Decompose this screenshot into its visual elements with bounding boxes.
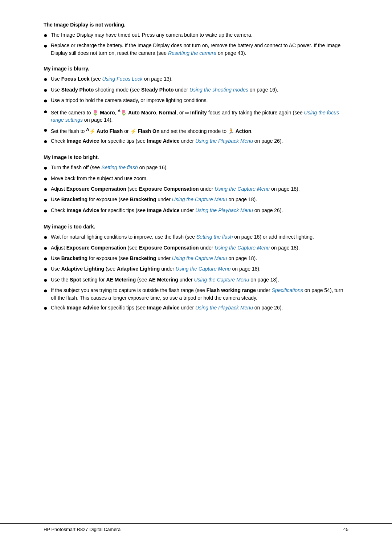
link-setting-flash-bright[interactable]: Setting the flash [101,165,138,170]
list-item-content: Check Image Advice for specific tips (se… [51,137,348,145]
list-item: ● Turn the flash off (see Setting the fl… [44,164,348,172]
list-item: ● Adjust Exposure Compensation (see Expo… [44,185,348,194]
bullet-icon: ● [44,304,51,312]
list-item: ● Check Image Advice for specific tips (… [44,304,348,312]
section-image-blurry: My image is blurry. ● Use Focus Lock (se… [44,66,348,146]
section-title-image-bright: My image is too bright. [44,154,348,160]
list-item: ● Move back from the subject and use zoo… [44,175,348,183]
link-playback-menu-bright[interactable]: Using the Playback Menu [195,207,253,213]
bullet-icon: ● [44,97,51,105]
bullet-icon: ● [44,244,51,252]
list-item-content: Use the Spot setting for AE Metering (se… [51,276,348,284]
list-item: ● Replace or recharge the battery. If th… [44,42,348,57]
link-playback-menu-blurry[interactable]: Using the Playback Menu [195,138,253,144]
list-item-content: Set the camera to 🌷 Macro, A🌷 Auto Macro… [51,108,348,124]
list-item-content: Use Bracketing for exposure (see Bracket… [51,255,348,262]
link-shooting-modes[interactable]: Using the shooting modes [189,87,248,93]
bullet-icon: ● [44,207,51,215]
list-item-content: The Image Display may have timed out. Pr… [51,31,348,39]
list-item: ● Set the flash to A⚡ Auto Flash or ⚡ Fl… [44,126,348,135]
bullet-icon: ● [44,185,51,194]
section-title-image-display: The Image Display is not working. [44,22,348,28]
bullet-icon: ● [44,86,51,94]
list-item: ● The Image Display may have timed out. … [44,31,348,40]
bullet-icon: ● [44,31,51,40]
bullet-icon: ● [44,137,51,146]
section-title-image-dark: My image is too dark. [44,224,348,230]
list-item: ● Use a tripod to hold the camera steady… [44,97,348,105]
link-capture-menu-bright-1[interactable]: Using the Capture Menu [215,186,270,192]
list-item-content: Check Image Advice for specific tips (se… [51,304,348,312]
bullet-list-image-blurry: ● Use Focus Lock (see Using Focus Lock o… [44,75,348,146]
page-footer: HP Photosmart R827 Digital Camera 45 [0,523,392,532]
list-item-content: Check Image Advice for specific tips (se… [51,207,348,214]
bullet-icon: ● [44,287,51,295]
bullet-icon: ● [44,196,51,204]
list-item-content: Use a tripod to hold the camera steady, … [51,97,348,104]
bullet-icon: ● [44,276,51,284]
bullet-icon: ● [44,255,51,263]
list-item-content: Use Steady Photo shooting mode (see Stea… [51,86,348,94]
link-resetting-camera[interactable]: Resetting the camera [168,50,216,56]
bullet-list-image-bright: ● Turn the flash off (see Setting the fl… [44,164,348,215]
list-item: ● Use Steady Photo shooting mode (see St… [44,86,348,94]
list-item-content: Use Adaptive Lighting (see Adaptive Ligh… [51,265,348,273]
section-image-bright: My image is too bright. ● Turn the flash… [44,154,348,215]
bullet-icon: ● [44,265,51,273]
bullet-icon: ● [44,42,51,50]
list-item: ● Use the Spot setting for AE Metering (… [44,276,348,284]
section-title-image-blurry: My image is blurry. [44,66,348,72]
bullet-icon: ● [44,164,51,172]
list-item: ● Use Focus Lock (see Using Focus Lock o… [44,75,348,84]
list-item: ● Set the camera to 🌷 Macro, A🌷 Auto Mac… [44,108,348,124]
list-item: ● Use Bracketing for exposure (see Brack… [44,196,348,204]
footer-right: 45 [343,527,348,532]
link-playback-menu-dark[interactable]: Using the Playback Menu [195,305,253,311]
list-item: ● Wait for natural lighting conditions t… [44,233,348,242]
footer-left: HP Photosmart R827 Digital Camera [44,527,121,532]
bullet-icon: ● [44,108,51,116]
list-item: ● If the subject you are trying to captu… [44,287,348,302]
list-item: ● Use Bracketing for exposure (see Brack… [44,255,348,263]
link-capture-menu-dark-4[interactable]: Using the Capture Menu [194,277,249,283]
list-item-content: Turn the flash off (see Setting the flas… [51,164,348,171]
section-image-dark: My image is too dark. ● Wait for natural… [44,224,348,312]
list-item-content: Move back from the subject and use zoom. [51,175,348,182]
list-item-content: If the subject you are trying to capture… [51,287,348,302]
bullet-icon: ● [44,175,51,183]
list-item-content: Set the flash to A⚡ Auto Flash or ⚡ Flas… [51,126,348,135]
link-capture-menu-dark-1[interactable]: Using the Capture Menu [215,245,270,251]
list-item-content: Adjust Exposure Compensation (see Exposu… [51,185,348,193]
list-item: ● Check Image Advice for specific tips (… [44,137,348,146]
page-container: The Image Display is not working. ● The … [0,0,392,350]
bullet-list-image-display: ● The Image Display may have timed out. … [44,31,348,57]
list-item: ● Use Adaptive Lighting (see Adaptive Li… [44,265,348,273]
list-item-content: Use Bracketing for exposure (see Bracket… [51,196,348,203]
section-image-display: The Image Display is not working. ● The … [44,22,348,57]
link-specifications[interactable]: Specifications [272,287,303,293]
list-item: ● Adjust Exposure Compensation (see Expo… [44,244,348,252]
list-item-content: Use Focus Lock (see Using Focus Lock on … [51,75,348,83]
link-capture-menu-bright-2[interactable]: Using the Capture Menu [172,196,227,202]
link-capture-menu-dark-2[interactable]: Using the Capture Menu [172,255,227,261]
bullet-icon: ● [44,75,51,84]
list-item-content: Replace or recharge the battery. If the … [51,42,348,57]
bullet-list-image-dark: ● Wait for natural lighting conditions t… [44,233,348,312]
bullet-icon: ● [44,126,51,134]
list-item-content: Wait for natural lighting conditions to … [51,233,348,241]
list-item: ● Check Image Advice for specific tips (… [44,207,348,215]
link-setting-flash-dark[interactable]: Setting the flash [196,234,233,240]
list-item-content: Adjust Exposure Compensation (see Exposu… [51,244,348,252]
link-focus-lock[interactable]: Using Focus Lock [102,76,143,82]
bullet-icon: ● [44,233,51,242]
link-capture-menu-dark-3[interactable]: Using the Capture Menu [176,266,231,272]
